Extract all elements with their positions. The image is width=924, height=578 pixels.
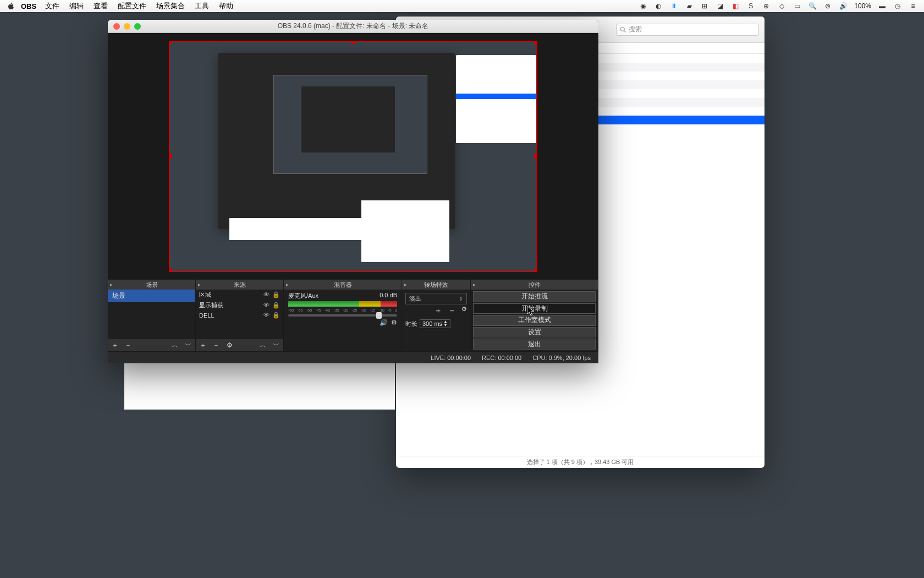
dock-scenes-title: 场景 — [146, 281, 158, 289]
status-icon[interactable]: S — [746, 2, 755, 10]
dock-sources-title: 来源 — [234, 281, 246, 289]
volume-icon[interactable]: 🔊 — [839, 2, 848, 10]
search-placeholder: 搜索 — [629, 25, 642, 34]
visibility-icon[interactable]: 👁 — [263, 291, 271, 299]
menu-view[interactable]: 查看 — [94, 1, 108, 11]
dock-mixer: ▸混音器 麦克风/Aux 0.0 dB -60-55-50-45-40-35-3… — [284, 280, 402, 351]
move-down-button[interactable]: ﹀ — [272, 341, 280, 349]
move-up-button[interactable]: ︿ — [171, 341, 179, 349]
wifi-icon[interactable]: ⊚ — [823, 2, 832, 10]
add-source-button[interactable]: ＋ — [199, 341, 207, 349]
status-icon[interactable]: ◐ — [654, 2, 663, 10]
move-up-button[interactable]: ︿ — [259, 341, 267, 349]
mixer-channel-name: 麦克风/Aux — [288, 292, 318, 300]
dock-controls-title: 控件 — [529, 281, 541, 289]
status-icon[interactable]: ⏸ — [669, 2, 678, 10]
audio-meter: -60-55-50-45-40-35-30-25-20-15-10-50 — [288, 301, 397, 307]
lock-icon[interactable]: 🔒 — [272, 291, 280, 299]
duration-label: 时长 — [405, 320, 417, 328]
dock-popout-icon[interactable]: ▸ — [404, 282, 407, 287]
dock-sources: ▸来源 区域👁🔒显示捕获👁🔒DELL👁🔒 ＋ － ⚙ ︿ ﹀ — [196, 280, 284, 351]
remove-scene-button[interactable]: － — [124, 341, 132, 349]
duration-spinbox[interactable]: 300 ms ▲▼ — [420, 319, 450, 328]
status-icon[interactable]: ▭ — [793, 2, 801, 10]
dock-popout-icon[interactable]: ▸ — [473, 282, 476, 287]
dock-controls: ▸控件 开始推流开始录制工作室模式设置退出 — [471, 280, 598, 351]
menu-help[interactable]: 帮助 — [219, 1, 233, 11]
status-icon[interactable]: ◧ — [731, 2, 740, 10]
menubar-status-area: ◉ ◐ ⏸ ▰ ⊞ ◪ ◧ S ⊕ ◇ ▭ 🔍 ⊚ 🔊 100% ▬ ◷ ≡ — [639, 2, 917, 10]
battery-icon[interactable]: ▬ — [878, 2, 887, 10]
status-icon[interactable]: ◪ — [716, 2, 724, 10]
background-panel — [396, 352, 450, 455]
transition-settings-button[interactable]: ⚙ — [461, 306, 467, 316]
status-icon[interactable]: ▰ — [685, 2, 694, 10]
status-icon[interactable]: ◇ — [777, 2, 786, 10]
menu-tools[interactable]: 工具 — [195, 1, 209, 11]
menu-icon[interactable]: ≡ — [909, 2, 917, 10]
apple-logo-icon — [7, 2, 15, 10]
mixer-channel-level: 0.0 dB — [380, 292, 397, 300]
control-button[interactable]: 开始录制 — [473, 303, 596, 314]
spotlight-icon[interactable]: 🔍 — [808, 2, 817, 10]
background-panel — [124, 363, 395, 410]
clock-icon[interactable]: ◷ — [893, 2, 902, 10]
source-settings-button[interactable]: ⚙ — [226, 341, 233, 349]
add-scene-button[interactable]: ＋ — [111, 341, 119, 349]
control-button[interactable]: 退出 — [473, 339, 596, 350]
lock-icon[interactable]: 🔒 — [272, 312, 280, 319]
dock-popout-icon[interactable]: ▸ — [286, 282, 289, 287]
status-live: LIVE: 00:00:00 — [431, 355, 471, 361]
spinner-icon[interactable]: ▲▼ — [443, 320, 448, 327]
obs-titlebar[interactable]: OBS 24.0.6 (mac) - 配置文件: 未命名 - 场景: 未命名 — [108, 20, 598, 33]
status-icon[interactable]: ⊕ — [762, 2, 771, 10]
source-item[interactable]: 显示捕获👁🔒 — [196, 300, 283, 310]
dock-transitions-title: 转场特效 — [424, 281, 448, 289]
menu-edit[interactable]: 编辑 — [69, 1, 84, 11]
status-rec: REC: 00:00:00 — [482, 355, 521, 361]
dock-transitions: ▸转场特效 淡出 ⇕ ＋ － ⚙ 时长 300 ms ▲▼ — [402, 280, 471, 351]
status-icon[interactable]: ⊞ — [700, 2, 709, 10]
control-button[interactable]: 设置 — [473, 327, 596, 338]
svg-point-0 — [621, 27, 625, 31]
battery-text[interactable]: 100% — [854, 2, 871, 10]
add-transition-button[interactable]: ＋ — [434, 306, 442, 316]
recursive-panel — [229, 218, 361, 240]
finder-status-bar: 选择了 1 项（共 9 项），39.43 GB 可用 — [396, 456, 765, 468]
dock-popout-icon[interactable]: ▸ — [198, 282, 201, 287]
dock-popout-icon[interactable]: ▸ — [110, 282, 113, 287]
channel-settings-button[interactable]: ⚙ — [391, 319, 397, 326]
status-cpu: CPU: 0.9%, 20.00 fps — [532, 355, 591, 361]
menu-scenes[interactable]: 场景集合 — [156, 1, 185, 11]
volume-slider[interactable] — [288, 314, 397, 317]
menubar-app-name[interactable]: OBS — [21, 2, 36, 10]
menu-file[interactable]: 文件 — [45, 1, 59, 11]
recursive-panel — [361, 200, 449, 262]
dock-scenes: ▸场景 场景 ＋ － ︿ ﹀ — [108, 280, 196, 351]
search-icon — [620, 26, 626, 33]
mixer-channel: 麦克风/Aux 0.0 dB -60-55-50-45-40-35-30-25-… — [284, 290, 402, 329]
finder-search-field[interactable]: 搜索 — [616, 24, 759, 36]
mute-button[interactable]: 🔊 — [380, 319, 388, 326]
control-button[interactable]: 工作室模式 — [473, 315, 596, 326]
chevron-updown-icon: ⇕ — [459, 296, 463, 302]
obs-preview[interactable] — [108, 33, 598, 280]
source-item[interactable]: DELL👁🔒 — [196, 310, 283, 320]
remove-transition-button[interactable]: － — [448, 306, 456, 316]
macos-menubar: OBS 文件 编辑 查看 配置文件 场景集合 工具 帮助 ◉ ◐ ⏸ ▰ ⊞ ◪… — [0, 0, 924, 12]
status-icon[interactable]: ◉ — [639, 2, 647, 10]
svg-line-1 — [624, 30, 626, 32]
visibility-icon[interactable]: 👁 — [263, 302, 271, 309]
move-down-button[interactable]: ﹀ — [184, 341, 192, 349]
obs-status-bar: LIVE: 00:00:00 REC: 00:00:00 CPU: 0.9%, … — [108, 351, 598, 363]
lock-icon[interactable]: 🔒 — [272, 302, 280, 309]
source-item[interactable]: 区域👁🔒 — [196, 290, 283, 300]
menu-profile[interactable]: 配置文件 — [118, 1, 146, 11]
remove-source-button[interactable]: － — [212, 341, 220, 349]
visibility-icon[interactable]: 👁 — [263, 312, 271, 319]
control-button[interactable]: 开始推流 — [473, 291, 596, 302]
preview-canvas[interactable] — [169, 41, 537, 272]
obs-window-title: OBS 24.0.6 (mac) - 配置文件: 未命名 - 场景: 未命名 — [108, 21, 598, 31]
transition-select[interactable]: 淡出 ⇕ — [405, 293, 467, 304]
scene-item[interactable]: 场景 — [108, 290, 195, 302]
